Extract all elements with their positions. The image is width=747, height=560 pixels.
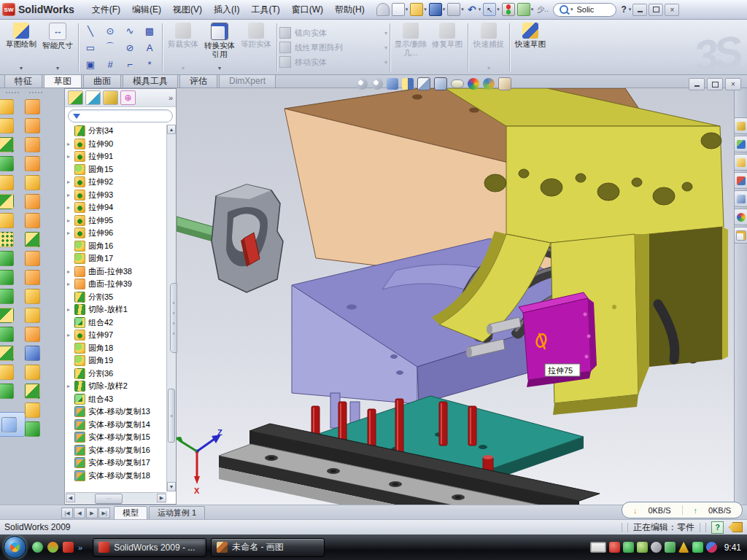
- menu-item[interactable]: 帮助(H): [329, 1, 371, 18]
- text-icon[interactable]: A: [140, 39, 160, 56]
- messenger-status-icon[interactable]: [706, 542, 717, 553]
- antivirus-shield-icon[interactable]: [623, 542, 634, 553]
- tree-horizontal-scrollbar[interactable]: ◀ ⋯ ▶: [66, 492, 166, 503]
- graphics-viewport[interactable]: X Y Z 拉伸75: [177, 88, 734, 505]
- scroll-thumb[interactable]: ⋯: [95, 494, 123, 504]
- tree-item[interactable]: 拉伸92: [67, 176, 166, 189]
- doc-close-button[interactable]: ×: [725, 78, 741, 90]
- rib-icon[interactable]: [0, 249, 26, 268]
- planar-surface-icon[interactable]: [25, 211, 46, 230]
- doc-minimize-button[interactable]: [689, 78, 705, 90]
- tree-item[interactable]: 实体-移动/复制13: [67, 405, 166, 419]
- edit-appearance-icon[interactable]: [468, 78, 480, 90]
- language-bar-keyboard-icon[interactable]: [590, 542, 606, 553]
- quick-snaps-button[interactable]: 快速捕捉▾: [471, 20, 507, 74]
- document-tab[interactable]: 运动算例 1: [149, 506, 205, 519]
- line-icon[interactable]: ╲: [81, 23, 101, 39]
- taskbar-task-button[interactable]: SolidWorks 2009 - ...: [93, 538, 206, 557]
- surface-delete-icon[interactable]: [25, 287, 46, 306]
- move-entities-button[interactable]: 移动实体▾: [279, 56, 387, 68]
- trim-box-icon[interactable]: ▩: [140, 23, 160, 39]
- combine-bodies-icon[interactable]: [0, 324, 26, 343]
- expand-arrow-icon[interactable]: [67, 383, 74, 389]
- expand-arrow-icon[interactable]: [67, 179, 74, 185]
- toolbar-overflow-button[interactable]: 少..: [535, 4, 550, 15]
- scroll-left-icon[interactable]: ◀: [66, 494, 75, 502]
- spline-icon[interactable]: ∿: [120, 23, 140, 39]
- tree-item[interactable]: 圆角17: [67, 252, 166, 265]
- search-input[interactable]: [575, 4, 610, 15]
- draft-icon[interactable]: [0, 268, 26, 287]
- toolbar-grip[interactable]: [28, 91, 43, 95]
- tab-nav-button[interactable]: |◀: [61, 508, 73, 518]
- panel-more-button[interactable]: »: [169, 93, 173, 102]
- media-player-icon[interactable]: [47, 542, 58, 553]
- mirror-entities-button[interactable]: 镜向实体▾: [279, 27, 387, 39]
- ribbon-tab[interactable]: 模具工具: [123, 74, 178, 88]
- configurationmanager-tab[interactable]: [103, 90, 118, 105]
- tree-item[interactable]: 圆角18: [67, 342, 166, 355]
- surface-fillet-icon[interactable]: [25, 381, 46, 400]
- taskbar-clock[interactable]: 9:41: [724, 542, 741, 553]
- display-style-icon[interactable]: [417, 77, 431, 90]
- display-delete-relations-button[interactable]: 显示/删除几...: [392, 20, 429, 74]
- zoom-to-area-icon[interactable]: [371, 78, 384, 90]
- tree-item[interactable]: 实体-移动/复制17: [67, 456, 166, 470]
- convert-entities-button[interactable]: 转换实体引用▾: [201, 20, 238, 74]
- polygon-icon[interactable]: #: [101, 56, 120, 73]
- fillet-icon[interactable]: [0, 135, 26, 154]
- surface-knit-icon[interactable]: [25, 173, 46, 192]
- quick-launch-more-button[interactable]: »: [78, 543, 82, 552]
- trim-entities-button[interactable]: 剪裁实体▾: [165, 20, 201, 74]
- surface-sweep-icon[interactable]: [25, 97, 46, 116]
- tree-item[interactable]: 曲面-拉伸39: [67, 278, 166, 291]
- tree-item[interactable]: 组合42: [67, 316, 166, 330]
- panel-splitter-handle[interactable]: ‹‹‹‹: [170, 283, 177, 353]
- update-seal-icon[interactable]: [637, 542, 648, 553]
- save-button[interactable]: ▾: [429, 3, 446, 16]
- tree-item[interactable]: 拉伸95: [67, 214, 166, 228]
- tree-item[interactable]: 拉伸94: [67, 201, 166, 214]
- expand-arrow-icon[interactable]: [67, 306, 74, 313]
- pin-toolbar-icon[interactable]: [376, 3, 390, 16]
- repair-sketch-button[interactable]: 修复草图: [429, 20, 465, 74]
- search-dropdown-icon[interactable]: ▾: [570, 7, 573, 12]
- tree-item[interactable]: 分割35: [67, 291, 166, 304]
- tab-nav-button[interactable]: ▶: [86, 508, 98, 518]
- messenger-icon[interactable]: [32, 542, 43, 553]
- expand-arrow-icon[interactable]: [67, 153, 74, 160]
- menu-item[interactable]: 文件(F): [86, 1, 126, 18]
- custom-properties-icon[interactable]: [734, 227, 747, 244]
- tree-item[interactable]: 拉伸93: [67, 189, 166, 202]
- design-library-icon[interactable]: [734, 136, 747, 152]
- delete-face-icon[interactable]: [25, 400, 46, 419]
- sketch-fillet-icon[interactable]: ⌐: [120, 56, 140, 73]
- zoom-fit-icon[interactable]: [356, 78, 368, 90]
- helix-icon[interactable]: [25, 419, 46, 438]
- expand-arrow-icon[interactable]: [67, 332, 74, 338]
- extruded-boss-icon[interactable]: [0, 97, 26, 116]
- scroll-right-icon[interactable]: ▶: [157, 494, 166, 502]
- close-button[interactable]: ×: [665, 4, 679, 16]
- ribbon-tab[interactable]: 评估: [179, 74, 217, 88]
- select-button[interactable]: ↖▾: [483, 3, 500, 16]
- helix-spiral-icon[interactable]: [0, 381, 26, 400]
- surface-move-icon[interactable]: [25, 324, 46, 343]
- propertymanager-tab[interactable]: [85, 90, 101, 105]
- hide-show-items-icon[interactable]: [451, 79, 465, 88]
- tree-filter-input[interactable]: [68, 109, 173, 122]
- toolbar-grip[interactable]: [5, 91, 20, 95]
- help-button[interactable]: ?▾: [619, 4, 631, 15]
- ribbon-tab[interactable]: 曲面: [83, 74, 121, 88]
- doc-restore-button[interactable]: [707, 78, 723, 90]
- surface-zip-icon[interactable]: [25, 306, 46, 324]
- options-button[interactable]: ▾: [517, 3, 534, 16]
- arc-icon[interactable]: ⌒: [101, 39, 120, 56]
- revolved-boss-icon[interactable]: [0, 116, 26, 135]
- undo-button[interactable]: ↶▾: [466, 4, 481, 15]
- mirror-bodies-icon[interactable]: [0, 306, 26, 324]
- surface-offset-icon[interactable]: [25, 192, 46, 211]
- surface-revolve-icon[interactable]: [25, 116, 46, 135]
- taskbar-task-button[interactable]: 未命名 - 画图: [211, 538, 325, 557]
- previous-view-icon[interactable]: [387, 78, 399, 90]
